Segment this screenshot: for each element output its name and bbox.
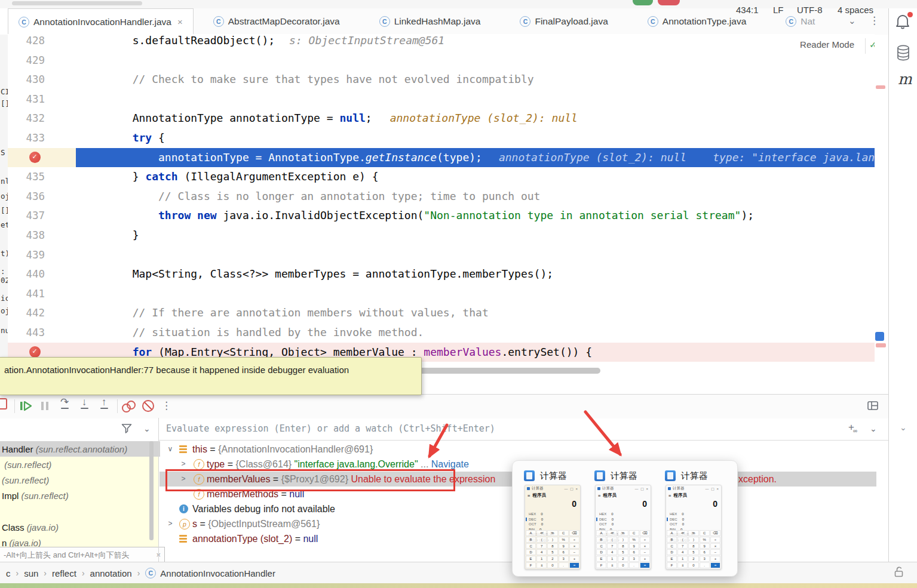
tabs-kebab-menu-icon[interactable]: ⋮ [869,14,879,27]
navigate-link[interactable]: Navigate [431,459,469,470]
evaluate-expression-bar[interactable]: Evaluate expression (Enter) or add a wat… [159,418,888,441]
frame-row[interactable]: Handler (sun.reflect.annotation) [0,441,160,457]
status-widget[interactable]: 434:1 [736,5,759,15]
base-label: HEX [529,512,536,516]
resume-button[interactable] [18,400,33,412]
run-button[interactable] [633,0,653,5]
readonly-lock-icon[interactable] [894,566,904,578]
step-out-button[interactable]: ↑ [96,397,112,409]
add-to-watches-icon[interactable]: +∞ [848,421,858,433]
calculator-mode-label: 程序员 [673,492,687,498]
calc-key: C [596,543,606,549]
variable-row[interactable]: s = {ObjectInputStream@561} [192,516,320,531]
line-number: 429 [8,51,45,70]
code-token: java.io.InvalidObjectException( [217,209,424,221]
editor-error-stripe[interactable] [875,35,888,379]
calc-key: B [667,537,677,543]
variable-text: "interface java.lang.Override" [295,459,418,470]
breadcrumb-item[interactable]: annotation [90,568,132,578]
frames-options-chevron-icon[interactable]: ⌄ [143,424,151,433]
code-token: for [133,346,152,358]
code-line: } catch (IllegalArgumentException e) { [133,167,379,187]
top-scrollbar[interactable] [12,1,142,5]
preview-header: 计算器 [591,467,658,485]
tabs-chevron-down-icon[interactable]: ⌄ [848,16,856,26]
editor-tab[interactable]: CAbstractMapDecorator.java [194,8,360,35]
reader-mode-toggle[interactable]: Reader Mode [771,39,854,50]
calc-key: 2 [547,556,557,562]
calc-key: ≫ [547,530,557,536]
calculator-thumbnail[interactable]: 计算器— ▢ ×≡程序员0HEX0DEC0OCT0BIN0QWORD MS M▾… [595,485,651,569]
evaluate-history-chevron-icon[interactable]: ⌄ [870,424,877,433]
frame-row[interactable]: Class (java.io) [0,520,160,535]
calc-key: . [629,562,639,568]
frame-row[interactable]: Impl (sun.reflect) [0,488,160,504]
frame-row[interactable]: (sun.reflect) [0,473,160,488]
taskbar-preview-item[interactable]: 计算器计算器— ▢ ×≡程序员0HEX0DEC0OCT0BIN0QWORD MS… [521,467,588,572]
rail-chevron-icon[interactable]: ⌄ [900,423,907,432]
layout-settings-icon[interactable] [867,401,878,411]
editor-tab[interactable]: CAnnotationInvocationHandler.java× [8,8,194,35]
mini-titlebar: 计算器— ▢ × [525,485,580,492]
editor-gutter: 4284294304314324334354364374384394404414… [8,34,76,379]
status-bar: c›sun›reflect›annotation›CAnnotationInvo… [0,562,917,584]
maven-icon[interactable]: m [898,70,912,88]
frame-row[interactable]: (sun.reflect) [0,457,160,472]
preview-header: 计算器 [521,467,588,485]
frame-package: (java.io) [27,522,59,532]
error-stripe-mark[interactable] [876,85,885,89]
code-editor[interactable]: s.defaultReadObject();s: ObjectInputStre… [76,34,875,379]
calc-key: ÷ [640,537,650,543]
status-widget[interactable]: LF [773,5,784,15]
stop-button[interactable] [658,0,680,5]
status-widget[interactable]: 4 spaces [838,5,873,15]
editor-tab[interactable]: CFinalPayload.java [500,8,627,35]
database-icon[interactable] [895,44,911,62]
stop-button-icon[interactable] [0,398,7,410]
variable-row[interactable]: Variables debug info not available [192,501,335,516]
frame-row[interactable] [0,504,160,519]
variable-text: = [197,519,208,529]
variable-row[interactable]: annotationType (slot_2) = null [192,531,318,546]
variable-text: s [192,519,197,529]
taskbar-preview-item[interactable]: 计算器计算器— ▢ ×≡程序员0HEX0DEC0OCT0BIN0QWORD MS… [662,467,729,572]
editor-tab[interactable]: CLinkedHashMap.java [360,8,501,35]
calc-key: 9 [700,543,710,549]
step-into-button[interactable]: ↓ [76,397,92,409]
tab-close-icon[interactable]: × [177,17,183,27]
expander-closed-icon[interactable]: > [179,460,188,468]
pause-button[interactable] [37,400,53,412]
code-token: // Check to make sure that types have no… [133,73,534,85]
variable-row[interactable]: this = {AnnotationInvocationHandler@691} [192,442,373,457]
base-value: 0 [541,512,542,516]
debug-toolbar-kebab-icon[interactable]: ⋮ [161,399,171,412]
breadcrumb-item[interactable]: c [6,568,11,578]
expander-open-icon[interactable]: ∨ [166,445,174,453]
frames-scrollbar[interactable] [149,441,154,540]
horizontal-scrollbar[interactable] [393,368,600,374]
expander-closed-icon[interactable]: > [166,519,174,528]
frames-filter-icon[interactable] [121,423,133,434]
breadcrumb-item[interactable]: sun [24,568,38,578]
calculator-thumbnail[interactable]: 计算器— ▢ ×≡程序员0HEX0DEC0OCT0BIN0QWORD MS M▾… [665,485,722,569]
error-stripe-mark[interactable] [876,343,886,347]
view-breakpoints-button[interactable] [122,401,136,411]
code-token: AnnotationType annotationType = [133,112,340,124]
base-label: DEC [529,518,536,521]
mute-breakpoints-button[interactable] [142,400,154,412]
calculator-thumbnail[interactable]: 计算器— ▢ ×≡程序员0HEX0DEC0OCT0BIN0QWORD MS M▾… [525,485,581,569]
status-widget[interactable]: UTF-8 [797,5,823,15]
error-stripe-breakpoint-mark[interactable] [875,332,884,341]
taskbar-preview-item[interactable]: 计算器计算器— ▢ ×≡程序员0HEX0DEC0OCT0BIN0QWORD MS… [591,467,658,572]
calc-key: ( [607,537,617,543]
breadcrumb-item[interactable]: reflect [52,568,76,578]
base-label: OCT [599,522,607,526]
calc-key: × [640,543,650,549]
base-value: 0 [682,522,684,526]
frame-package: (sun.reflect) [4,460,51,470]
code-token: getInstance [366,151,437,164]
calc-key: 7 [536,543,547,549]
mini-titlebar: 计算器— ▢ × [666,485,721,492]
step-over-button[interactable]: ↷ [57,397,72,409]
breadcrumb-item[interactable]: AnnotationInvocationHandler [160,568,275,578]
